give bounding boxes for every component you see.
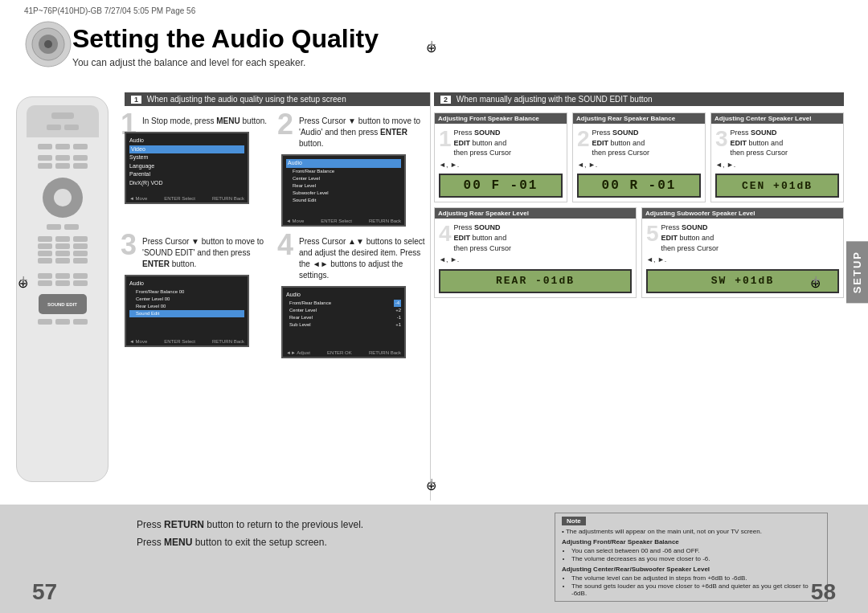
step2-text: Press Cursor ▼ button to move to 'Audio'… bbox=[281, 114, 430, 149]
step3-screen: Audio Front/Rear Balance 00 Center Level… bbox=[125, 275, 249, 347]
adj3-arrows: ◄, ►. bbox=[715, 160, 839, 170]
adj5-arrows: ◄, ►. bbox=[646, 255, 839, 265]
page-header: 41P~76P(410HD)-GB 7/27/04 5:05 PM Page 5… bbox=[24, 6, 195, 15]
step2-num: 2 bbox=[277, 110, 293, 139]
adj-rear-balance: Adjusting Rear Speaker Balance 2 Press S… bbox=[572, 112, 706, 202]
title-area: Setting the Audio Quality You can adjust… bbox=[72, 24, 844, 68]
adj2-arrows: ◄, ►. bbox=[577, 160, 701, 170]
note-label: Note bbox=[562, 517, 586, 525]
adj1-arrows: ◄, ►. bbox=[439, 160, 563, 170]
return-instruction: Press RETURN button to return to the pre… bbox=[137, 519, 363, 530]
method1-step1: 1 In Stop mode, press MENU button. Audio… bbox=[125, 114, 273, 227]
crosshair-bottom: ⊕ bbox=[426, 478, 442, 494]
crosshair-right: ⊕ bbox=[810, 276, 826, 292]
note-s1-item1: You can select between 00 and -06 and OF… bbox=[571, 547, 821, 554]
adj3-title: Adjusting Center Speaker Level bbox=[711, 113, 843, 124]
adj5-text: Press SOUNDEDIT button andthen press Cur… bbox=[646, 223, 839, 264]
note-s1-item2: The volume decreases as you move closer … bbox=[571, 555, 821, 562]
adj1-num: 1 bbox=[439, 128, 452, 150]
section-divider bbox=[430, 92, 431, 501]
adj5-num: 5 bbox=[646, 223, 659, 245]
adj-front-balance: Adjusting Front Speaker Balance 1 Press … bbox=[434, 112, 567, 202]
bottom-notes: Note • The adjustments will appear on th… bbox=[555, 513, 828, 607]
method1-title: When adjusting the audio quality using t… bbox=[147, 95, 346, 104]
adj-rear-level: Adjusting Rear Speaker Level 4 Press SOU… bbox=[434, 207, 637, 297]
crosshair-top: ⊕ bbox=[426, 40, 442, 56]
method1-steps: 1 In Stop mode, press MENU button. Audio… bbox=[125, 114, 430, 358]
note-section2-list: The volume level can be adjusted in step… bbox=[562, 574, 821, 597]
page-number-left: 57 bbox=[32, 579, 57, 605]
method2-title: When manually adjusting with the SOUND E… bbox=[457, 95, 653, 104]
note-section1-list: You can select between 00 and -06 and OF… bbox=[562, 547, 821, 562]
step3-num: 3 bbox=[121, 231, 137, 260]
adj4-lcd: REAR -01dB bbox=[439, 269, 632, 293]
return-bold: RETURN bbox=[164, 519, 204, 530]
adj2-text: Press SOUNDEDIT button andthen press Cur… bbox=[577, 128, 701, 170]
adj3-lcd: CEN +01dB bbox=[715, 174, 839, 198]
step1-screen: Audio Video System Language Parental Div… bbox=[125, 132, 249, 204]
step4-num: 4 bbox=[277, 231, 293, 260]
note-section2: Adjusting Center/Rear/Subwoofer Speaker … bbox=[562, 566, 821, 597]
method1-num: 1 bbox=[131, 96, 141, 104]
note-section1-title: Adjusting Front/Rear Speaker Balance bbox=[562, 538, 679, 546]
note-box: Note • The adjustments will appear on th… bbox=[555, 513, 828, 602]
note-main: • The adjustments will appear on the mai… bbox=[562, 528, 821, 535]
step4-screen: Audio Front/Rear Balance-4 Center Level+… bbox=[281, 286, 406, 358]
menu-bold: MENU bbox=[164, 537, 192, 548]
page-title: Setting the Audio Quality bbox=[72, 24, 844, 54]
adj4-text: Press SOUNDEDIT button andthen press Cur… bbox=[439, 223, 632, 264]
adj1-title: Adjusting Front Speaker Balance bbox=[435, 113, 567, 124]
adj-center-level: Adjusting Center Speaker Level 3 Press S… bbox=[710, 112, 844, 202]
setup-tab: SETUP bbox=[846, 241, 868, 303]
method2-adj-top: Adjusting Front Speaker Balance 1 Press … bbox=[434, 112, 844, 202]
adj4-num: 4 bbox=[439, 223, 452, 245]
adj4-arrows: ◄, ►. bbox=[439, 255, 632, 265]
adj1-lcd: 00 F -01 bbox=[439, 174, 563, 198]
step4-text: Press Cursor ▲▼ buttons to select and ad… bbox=[281, 235, 430, 281]
method2-section: 2 When manually adjusting with the SOUND… bbox=[434, 92, 844, 501]
bottom-instructions: Press RETURN button to return to the pre… bbox=[137, 519, 363, 554]
method1-section: 1 When adjusting the audio quality using… bbox=[125, 92, 430, 501]
adj3-text: Press SOUNDEDIT button andthen press Cur… bbox=[715, 128, 839, 170]
bottom-section: Press RETURN button to return to the pre… bbox=[0, 505, 868, 613]
method2-adj-bottom: Adjusting Rear Speaker Level 4 Press SOU… bbox=[434, 207, 844, 297]
adj1-text: Press SOUNDEDIT button andthen press Cur… bbox=[439, 128, 563, 170]
speaker-icon bbox=[24, 20, 72, 68]
adj2-title: Adjusting Rear Speaker Balance bbox=[573, 113, 705, 124]
method1-step3: 3 Press Cursor ▼ button to move to 'SOUN… bbox=[125, 235, 273, 358]
adj3-num: 3 bbox=[715, 128, 728, 150]
remote-control: SOUND EDIT bbox=[16, 96, 121, 501]
page-number-right: 58 bbox=[811, 579, 836, 605]
method1-header: 1 When adjusting the audio quality using… bbox=[125, 92, 430, 106]
note-section1: Adjusting Front/Rear Speaker Balance You… bbox=[562, 538, 821, 562]
method2-header: 2 When manually adjusting with the SOUND… bbox=[434, 92, 844, 106]
adj5-title: Adjusting Subwoofer Speaker Level bbox=[642, 208, 843, 219]
step2-screen: Audio Front/Rear Balance Center Level Re… bbox=[281, 154, 406, 227]
method1-step2: 2 Press Cursor ▼ button to move to 'Audi… bbox=[281, 114, 430, 227]
note-section2-title: Adjusting Center/Rear/Subwoofer Speaker … bbox=[562, 566, 710, 573]
note-s2-item2: The sound gets louder as you move closer… bbox=[571, 582, 821, 597]
adj2-lcd: 00 R -01 bbox=[577, 174, 701, 198]
menu-instruction: Press MENU button to exit the setup scre… bbox=[137, 537, 363, 548]
method2-num: 2 bbox=[440, 96, 451, 104]
step3-text: Press Cursor ▼ button to move to 'SOUND … bbox=[125, 235, 273, 270]
subtitle: You can adjust the balance and level for… bbox=[72, 57, 844, 68]
crosshair-left: ⊕ bbox=[18, 276, 34, 292]
note-content: • The adjustments will appear on the mai… bbox=[562, 528, 821, 597]
note-s2-item1: The volume level can be adjusted in step… bbox=[571, 574, 821, 582]
step1-text: In Stop mode, press MENU button. bbox=[125, 114, 273, 127]
adj4-title: Adjusting Rear Speaker Level bbox=[435, 208, 636, 219]
svg-point-3 bbox=[44, 40, 52, 48]
adj2-num: 2 bbox=[577, 128, 590, 150]
method1-step4: 4 Press Cursor ▲▼ buttons to select and … bbox=[281, 235, 430, 358]
